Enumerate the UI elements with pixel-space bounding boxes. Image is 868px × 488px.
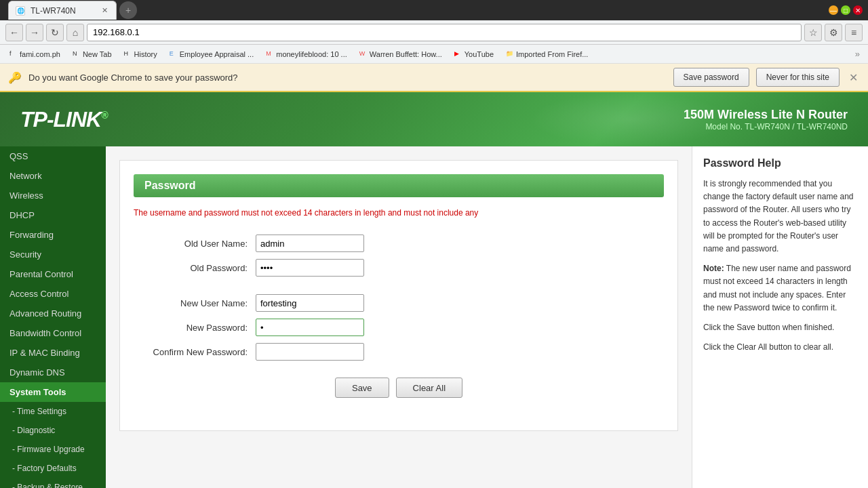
bookmark-fami[interactable]: f fami.com.ph [5, 49, 64, 60]
refresh-btn[interactable]: ↻ [46, 24, 64, 41]
bookmark-label-newtab: New Tab [83, 50, 112, 58]
content-white: Password The username and password must … [119, 160, 678, 431]
browser-window: 🌐 TL-WR740N ✕ + — □ ✕ ← → ↻ ⌂ ☆ ⚙ ≡ f fa… [0, 0, 868, 488]
sidebar-item-backup[interactable]: - Backup & Restore [0, 478, 106, 488]
sidebar-item-diagnostic[interactable]: - Diagnostic [0, 421, 106, 440]
password-form: Old User Name: Old Password: [134, 231, 664, 364]
confirm-password-row: Confirm New Password: [134, 340, 664, 364]
old-password-input[interactable] [256, 259, 364, 277]
router-header: TP-LINK® 150M Wireless Lite N Router Mod… [0, 92, 868, 146]
back-btn[interactable]: ← [5, 24, 23, 41]
help-title: Password Help [703, 157, 857, 169]
bookmark-favicon-youtube: ▶ [454, 50, 462, 58]
tab-favicon: 🌐 [16, 6, 25, 16]
old-password-field[interactable] [256, 256, 664, 280]
url-bar[interactable] [87, 24, 802, 41]
sidebar-item-factory[interactable]: - Factory Defaults [0, 459, 106, 478]
warning-text: The username and password must not excee… [134, 208, 664, 218]
tab-close-btn[interactable]: ✕ [100, 6, 109, 16]
forward-btn[interactable]: → [26, 24, 43, 41]
new-password-field[interactable] [256, 315, 664, 340]
close-btn[interactable]: ✕ [853, 5, 863, 15]
help-para3: Click the Save button when finished. [703, 321, 857, 334]
sidebar-item-dhcp[interactable]: DHCP [0, 205, 106, 225]
sidebar-item-time[interactable]: - Time Settings [0, 402, 106, 421]
new-username-label: New User Name: [134, 291, 256, 315]
browser-toolbar: ← → ↻ ⌂ ☆ ⚙ ≡ [0, 20, 868, 45]
old-username-row: Old User Name: [134, 231, 664, 256]
bookmark-label-history: History [134, 50, 157, 58]
bookmark-favicon-imported: 📁 [506, 50, 514, 58]
old-username-field[interactable] [256, 231, 664, 256]
menu-btn[interactable]: ≡ [845, 24, 863, 41]
new-username-input[interactable] [256, 294, 364, 312]
bookmark-label-warren: Warren Buffett: How... [370, 50, 442, 58]
home-btn[interactable]: ⌂ [66, 24, 84, 41]
new-username-row: New User Name: [134, 291, 664, 315]
sidebar-item-ddns[interactable]: Dynamic DNS [0, 363, 106, 382]
router-logo: TP-LINK® [20, 107, 108, 132]
sidebar-item-firmware[interactable]: - Firmware Upgrade [0, 440, 106, 459]
maximize-btn[interactable]: □ [841, 5, 850, 15]
bookmark-label-appraisal: Employee Appraisal ... [180, 50, 254, 58]
minimize-btn[interactable]: — [829, 5, 838, 15]
content-area: Password The username and password must … [106, 146, 692, 488]
save-password-btn[interactable]: Save password [673, 68, 749, 87]
router-logo-text: TP-LINK [20, 107, 101, 131]
bookmark-favicon-fami: f [9, 50, 18, 58]
sidebar-item-access[interactable]: Access Control [0, 284, 106, 304]
bookmark-warren[interactable]: W Warren Buffett: How... [355, 49, 446, 60]
extensions-btn[interactable]: ⚙ [825, 24, 842, 41]
sidebar-item-wireless[interactable]: Wireless [0, 186, 106, 205]
confirm-password-input[interactable] [256, 343, 364, 361]
bookmark-favicon-money: M [266, 50, 274, 58]
bookmark-label-imported: Imported From Firef... [516, 50, 588, 58]
bookmark-newtab[interactable]: N New Tab [68, 49, 116, 60]
bookmark-imported[interactable]: 📁 Imported From Firef... [502, 49, 592, 60]
toolbar-right: ☆ ⚙ ≡ [804, 24, 863, 41]
help-note: Note: The new user name and password mus… [703, 262, 857, 314]
bookmark-favicon-newtab: N [73, 50, 81, 58]
sidebar: QSS Network Wireless DHCP Forwarding Sec… [0, 146, 106, 488]
bookmark-favicon-warren: W [359, 50, 368, 58]
bookmark-money[interactable]: M moneylifeblood: 10 ... [262, 49, 351, 60]
old-password-row: Old Password: [134, 256, 664, 280]
clear-all-btn[interactable]: Clear All [396, 378, 462, 398]
sidebar-item-mac[interactable]: IP & MAC Binding [0, 343, 106, 363]
bookmark-appraisal[interactable]: E Employee Appraisal ... [165, 49, 258, 60]
section-title: Password [134, 174, 664, 197]
router-page: TP-LINK® 150M Wireless Lite N Router Mod… [0, 92, 868, 488]
new-password-row: New Password: [134, 315, 664, 340]
old-username-input[interactable] [256, 235, 364, 252]
bookmark-label-youtube: YouTube [465, 50, 494, 58]
sidebar-item-qss[interactable]: QSS [0, 146, 106, 166]
new-tab-btn[interactable]: + [119, 1, 137, 19]
bookmark-youtube[interactable]: ▶ YouTube [450, 49, 498, 60]
password-bar-icon: 🔑 [8, 71, 22, 84]
bookmark-history[interactable]: H History [120, 49, 161, 60]
confirm-password-field[interactable] [256, 340, 664, 364]
new-username-field[interactable] [256, 291, 664, 315]
save-btn[interactable]: Save [335, 378, 389, 398]
form-buttons: Save Clear All [134, 378, 664, 398]
old-password-label: Old Password: [134, 256, 256, 280]
new-password-input[interactable] [256, 319, 364, 336]
sidebar-item-system-tools[interactable]: System Tools [0, 382, 106, 402]
bookmark-favicon-appraisal: E [170, 50, 178, 58]
help-panel: Password Help It is strongly recommended… [692, 146, 868, 488]
help-para4: Click the Clear All button to clear all. [703, 341, 857, 354]
help-para1: It is strongly recommended that you chan… [703, 178, 857, 256]
sidebar-item-routing[interactable]: Advanced Routing [0, 304, 106, 323]
bookmarks-more-btn[interactable]: » [852, 47, 863, 60]
sidebar-item-network[interactable]: Network [0, 166, 106, 186]
sidebar-item-parental[interactable]: Parental Control [0, 264, 106, 284]
bookmark-label-fami: fami.com.ph [20, 50, 60, 58]
sidebar-item-security[interactable]: Security [0, 245, 106, 264]
bookmark-btn[interactable]: ☆ [804, 24, 822, 41]
never-for-site-btn[interactable]: Never for this site [756, 68, 840, 87]
bookmark-favicon-history: H [124, 50, 132, 58]
password-bar-close-btn[interactable]: ✕ [846, 70, 860, 84]
sidebar-item-forwarding[interactable]: Forwarding [0, 225, 106, 245]
active-tab[interactable]: 🌐 TL-WR740N ✕ [8, 1, 117, 20]
sidebar-item-bandwidth[interactable]: Bandwidth Control [0, 323, 106, 343]
